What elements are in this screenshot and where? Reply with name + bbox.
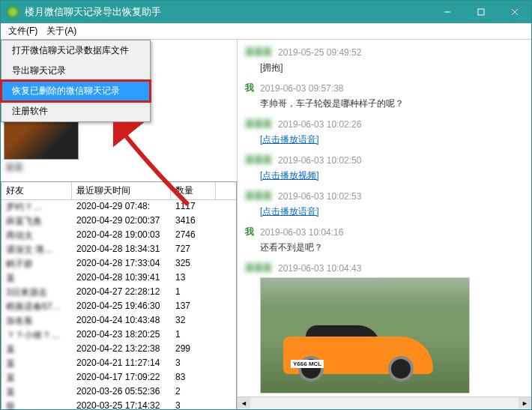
- message-sender: 我: [245, 226, 254, 238]
- maximize-button[interactable]: [464, 1, 498, 23]
- message-time: 2019-06-03 10:04:16: [260, 227, 343, 238]
- media-link[interactable]: [点击播放语音]: [260, 134, 319, 145]
- svg-rect-1: [478, 9, 484, 15]
- message-sender: 某某某: [245, 154, 272, 166]
- media-link[interactable]: [点击播放语音]: [260, 206, 319, 217]
- table-row[interactable]: 蚂子群2020-04-28 17:33:04325: [1, 257, 236, 271]
- message-sender: 某某某: [245, 46, 272, 58]
- header-time[interactable]: 最近聊天时间: [72, 182, 171, 199]
- table-row[interactable]: 课深文 薄…2020-04-28 18:34:31727: [1, 243, 236, 257]
- table-row[interactable]: 3日来源去2020-04-27 22:28:121: [1, 286, 236, 300]
- menu-file[interactable]: 文件(F): [4, 23, 42, 39]
- chat-message: 某某某2019-06-03 10:02:53[点击播放语音]: [245, 190, 524, 218]
- menu-item-register[interactable]: 注册软件: [1, 101, 150, 121]
- menu-item-export[interactable]: 导出聊天记录: [1, 61, 150, 81]
- table-row[interactable]: 某2020-04-17 17:09:2283: [1, 371, 236, 385]
- contacts-table: 好友 最近聊天时间 数量 罗钓？…2020-04-29 07:48:1117薛某…: [1, 181, 237, 410]
- header-count[interactable]: 数量: [171, 182, 216, 199]
- table-row[interactable]: 罗钓？…2020-04-29 07:48:1117: [1, 200, 236, 214]
- left-panel: 打开微信聊天记录数据库文件 导出聊天记录 恢复已删除的微信聊天记录 注册软件 某…: [1, 40, 238, 409]
- message-text: 还看不到是吧？: [245, 241, 524, 254]
- message-time: 2019-06-03 10:02:50: [278, 155, 361, 166]
- message-sender: 某某某: [245, 190, 272, 202]
- contact-name-label: 某某: [4, 160, 234, 175]
- scroll-left-icon[interactable]: ◄: [238, 397, 250, 409]
- table-row[interactable]: 加名客2020-04-24 10:43:4832: [1, 314, 236, 328]
- right-horizontal-scrollbar[interactable]: ◄ ►: [238, 397, 531, 409]
- table-row[interactable]: 薛某飞鱼2020-04-29 02:00:373416: [1, 214, 236, 229]
- table-row[interactable]: 某2020-04-22 13:22:38299: [1, 343, 236, 357]
- chat-panel[interactable]: 某某某2019-05-25 09:49:52[拥抱]我2019-06-03 09…: [238, 40, 531, 409]
- file-dropdown-menu: 打开微信聊天记录数据库文件 导出聊天记录 恢复已删除的微信聊天记录 注册软件: [1, 40, 151, 122]
- window-title: 楼月微信聊天记录导出恢复助手: [25, 5, 430, 19]
- message-text: [拥抱]: [245, 61, 524, 74]
- message-time: 2019-06-03 10:04:43: [278, 263, 361, 274]
- menubar: 文件(F) 关于(A): [1, 23, 531, 40]
- chat-message: 某某某2019-06-03 10:02:50[点击播放视频]: [245, 154, 524, 182]
- table-row[interactable]: 商动太2020-04-28 19:00:032746: [1, 229, 236, 243]
- menu-item-open-db[interactable]: 打开微信聊天记录数据库文件: [1, 40, 150, 61]
- message-text: 李帅哥，车子轮毂是哪种样子的呢？: [245, 97, 524, 110]
- table-row[interactable]: 某2020-04-28 10:39:4113: [1, 271, 236, 286]
- message-time: 2019-06-03 10:02:53: [278, 191, 361, 202]
- menu-item-recover-deleted[interactable]: 恢复已删除的微信聊天记录: [1, 81, 150, 101]
- minimize-button[interactable]: [430, 1, 464, 23]
- message-sender: 某某某: [245, 118, 272, 130]
- table-row[interactable]: ？？小侬？…2020-04-23 18:20:251: [1, 328, 236, 343]
- table-row[interactable]: 某2020-03-26 05:52:362: [1, 385, 236, 400]
- table-row[interactable]: 稻美语春57…2020-04-25 19:46:30137: [1, 300, 236, 314]
- media-link[interactable]: [点击播放视频]: [260, 170, 319, 181]
- chat-message: 某某某2019-05-25 09:49:52[拥抱]: [245, 46, 524, 74]
- chat-message: 我2019-06-03 10:04:16还看不到是吧？: [245, 226, 524, 254]
- header-friend[interactable]: 好友: [1, 182, 72, 199]
- chat-message: 某某某2019-06-03 10:04:43Y666 MCL: [245, 262, 524, 394]
- table-header: 好友 最近聊天时间 数量: [1, 182, 236, 200]
- close-button[interactable]: [498, 1, 531, 23]
- message-time: 2019-05-25 09:49:52: [278, 47, 361, 58]
- scroll-right-icon[interactable]: ►: [519, 397, 531, 409]
- table-body[interactable]: 罗钓？…2020-04-29 07:48:1117薛某飞鱼2020-04-29 …: [1, 200, 236, 410]
- chat-message: 某某某2019-06-03 10:02:26[点击播放语音]: [245, 118, 524, 146]
- titlebar: 楼月微信聊天记录导出恢复助手: [1, 1, 531, 23]
- message-sender: 某某某: [245, 262, 272, 274]
- table-row[interactable]: 某2020-04-21 11:27:143: [1, 357, 236, 371]
- message-time: 2019-06-03 10:02:26: [278, 119, 361, 130]
- message-time: 2019-06-03 09:57:38: [260, 83, 343, 94]
- app-icon: [7, 6, 19, 18]
- menu-about[interactable]: 关于(A): [42, 23, 81, 39]
- message-image[interactable]: Y666 MCL: [260, 277, 470, 394]
- chat-message: 我2019-06-03 09:57:38李帅哥，车子轮毂是哪种样子的呢？: [245, 82, 524, 110]
- table-row[interactable]: 筱2020-03-25 17:14:323: [1, 400, 236, 410]
- message-sender: 我: [245, 82, 254, 94]
